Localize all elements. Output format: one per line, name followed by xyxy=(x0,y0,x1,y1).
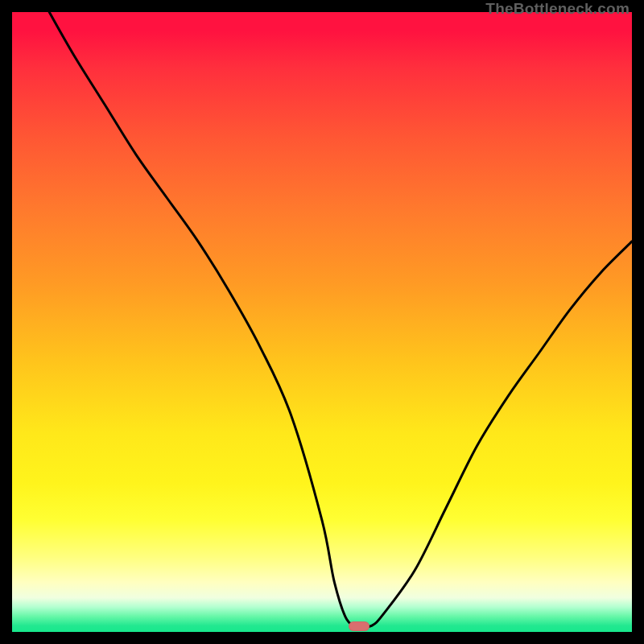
watermark-text: TheBottleneck.com xyxy=(485,0,630,18)
optimal-marker xyxy=(349,621,369,631)
plot-area xyxy=(12,12,632,632)
heat-gradient xyxy=(12,12,632,632)
chart-frame: TheBottleneck.com xyxy=(0,0,644,644)
